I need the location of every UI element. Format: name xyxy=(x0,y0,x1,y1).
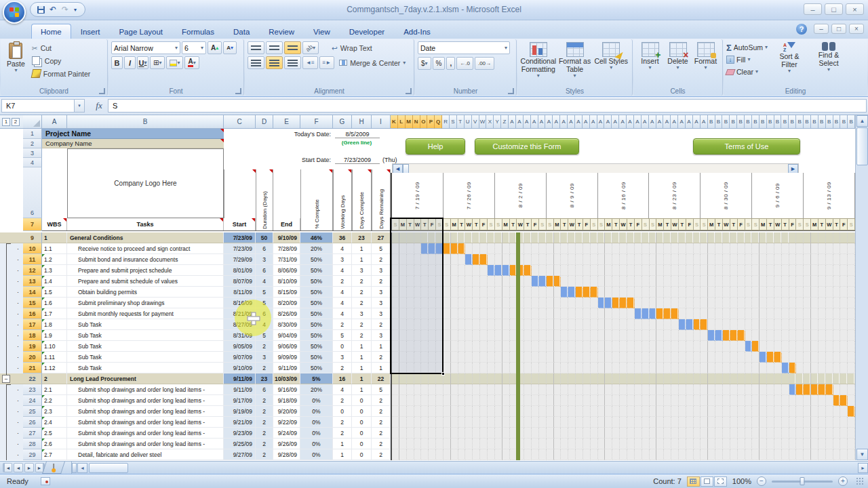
gantt-cell[interactable] xyxy=(547,449,554,460)
column-header[interactable]: A xyxy=(693,115,701,129)
gantt-cell[interactable] xyxy=(495,254,502,265)
working-days-cell[interactable]: 1 xyxy=(333,449,352,460)
column-header[interactable]: A xyxy=(663,115,671,129)
days-complete-cell[interactable]: 2 xyxy=(352,319,372,330)
gantt-cell[interactable] xyxy=(583,428,591,439)
gantt-cell[interactable] xyxy=(399,384,407,395)
column-header[interactable]: A xyxy=(619,115,627,129)
days-remaining-cell[interactable]: 3 xyxy=(372,265,391,276)
gantt-cell[interactable] xyxy=(745,449,753,460)
accounting-format-button[interactable]: $▾ xyxy=(418,57,431,70)
gantt-cell[interactable] xyxy=(804,428,811,439)
gantt-cell[interactable] xyxy=(495,308,502,319)
gantt-bar-complete[interactable] xyxy=(524,232,532,243)
days-complete-cell[interactable]: 2 xyxy=(352,330,372,341)
days-complete-cell[interactable]: 0 xyxy=(352,449,372,460)
gantt-bar-remaining[interactable] xyxy=(620,232,627,243)
wbs-cell[interactable]: 1.7 xyxy=(42,308,67,319)
underline-button[interactable]: U▾ xyxy=(137,56,149,69)
gantt-cell[interactable] xyxy=(414,449,422,460)
gantt-cell[interactable] xyxy=(804,319,811,330)
gantt-cell[interactable] xyxy=(715,439,723,449)
gantt-cell[interactable] xyxy=(723,319,730,330)
duration-cell[interactable]: 2 xyxy=(256,363,273,373)
gantt-cell[interactable] xyxy=(686,428,694,439)
gantt-cell[interactable] xyxy=(392,417,399,428)
gantt-cell[interactable] xyxy=(583,341,591,352)
column-header[interactable]: B xyxy=(826,115,833,129)
gantt-cell[interactable] xyxy=(833,276,841,287)
project-name-cell[interactable]: Project Name xyxy=(42,129,224,139)
tab-review[interactable]: Review xyxy=(259,24,304,39)
wbs-cell[interactable]: 2.4 xyxy=(42,417,67,428)
gantt-cell[interactable] xyxy=(480,363,488,373)
gantt-cell[interactable] xyxy=(730,384,738,395)
gantt-cell[interactable] xyxy=(495,395,502,406)
column-header[interactable]: M xyxy=(406,115,413,129)
gantt-cell[interactable] xyxy=(458,265,466,276)
gantt-cell[interactable] xyxy=(767,319,774,330)
gantt-bar-complete[interactable] xyxy=(495,265,502,276)
gantt-cell[interactable] xyxy=(407,406,414,417)
gantt-cell[interactable] xyxy=(738,406,745,417)
gantt-cell[interactable] xyxy=(524,449,532,460)
end-cell[interactable]: 7/28/09 xyxy=(273,243,300,254)
gantt-cell[interactable] xyxy=(635,254,642,265)
column-header[interactable]: A xyxy=(642,115,649,129)
gantt-cell[interactable] xyxy=(664,330,671,341)
gantt-cell[interactable] xyxy=(701,243,708,254)
gantt-cell[interactable] xyxy=(767,265,774,276)
gantt-bar-remaining[interactable] xyxy=(811,373,818,384)
start-cell[interactable]: 9/25/09 xyxy=(224,439,256,449)
gantt-cell[interactable] xyxy=(635,265,642,276)
gantt-cell[interactable] xyxy=(671,341,679,352)
gantt-bar-complete[interactable] xyxy=(650,308,657,319)
gantt-cell[interactable] xyxy=(612,428,620,439)
wbs-cell[interactable]: 2.6 xyxy=(42,439,67,449)
gantt-cell[interactable] xyxy=(488,384,495,395)
gantt-cell[interactable] xyxy=(554,384,561,395)
gantt-cell[interactable] xyxy=(811,330,818,341)
gantt-cell[interactable] xyxy=(730,254,738,265)
gantt-cell[interactable] xyxy=(826,352,833,363)
gantt-cell[interactable] xyxy=(524,363,532,373)
gantt-cell[interactable] xyxy=(656,298,664,308)
days-complete-cell[interactable]: 0 xyxy=(352,439,372,449)
gantt-cell[interactable] xyxy=(796,395,804,406)
gantt-cell[interactable] xyxy=(723,265,730,276)
gantt-bar-remaining[interactable] xyxy=(767,232,774,243)
gantt-cell[interactable] xyxy=(642,254,650,265)
gantt-cell[interactable] xyxy=(547,395,554,406)
gantt-cell[interactable] xyxy=(804,341,811,352)
gantt-bar-remaining[interactable] xyxy=(480,254,488,265)
gantt-cell[interactable] xyxy=(576,384,583,395)
gantt-cell[interactable] xyxy=(414,417,422,428)
gantt-cell[interactable] xyxy=(605,254,612,265)
gantt-cell[interactable] xyxy=(738,428,745,439)
gantt-cell[interactable] xyxy=(745,330,753,341)
gantt-bar-complete[interactable] xyxy=(502,265,510,276)
gantt-cell[interactable] xyxy=(488,243,495,254)
row-header-27[interactable]: 27 xyxy=(23,428,42,439)
gantt-cell[interactable] xyxy=(407,428,414,439)
gantt-cell[interactable] xyxy=(495,449,502,460)
column-header[interactable]: W xyxy=(479,115,487,129)
comma-style-button[interactable]: , xyxy=(446,57,455,70)
gantt-cell[interactable] xyxy=(826,417,833,428)
gantt-cell[interactable] xyxy=(502,298,510,308)
gantt-cell[interactable] xyxy=(723,243,730,254)
font-color-button[interactable]: A▾ xyxy=(184,56,199,69)
gantt-cell[interactable] xyxy=(679,406,686,417)
gantt-cell[interactable] xyxy=(774,439,782,449)
gantt-cell[interactable] xyxy=(671,417,679,428)
gantt-cell[interactable] xyxy=(774,243,782,254)
gantt-bar-remaining[interactable] xyxy=(451,243,458,254)
gantt-cell[interactable] xyxy=(620,395,627,406)
gantt-cell[interactable] xyxy=(745,417,753,428)
gantt-cell[interactable] xyxy=(642,276,650,287)
gantt-bar-remaining[interactable] xyxy=(620,298,627,308)
gantt-bar-complete[interactable] xyxy=(598,298,606,308)
gantt-cell[interactable] xyxy=(392,428,399,439)
gantt-cell[interactable] xyxy=(547,287,554,298)
gantt-cell[interactable] xyxy=(458,417,466,428)
